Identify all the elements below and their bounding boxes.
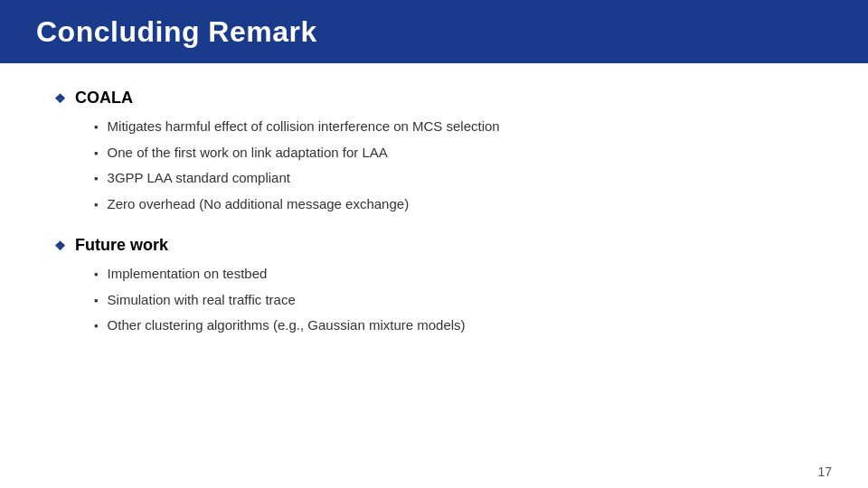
slide-title: Concluding Remark xyxy=(36,15,317,49)
slide-content: ❖COALA▪Mitigates harmful effect of colli… xyxy=(0,63,868,455)
sub-item-text: 3GPP LAA standard compliant xyxy=(108,168,290,189)
section-bullet-future-work: ❖ xyxy=(54,239,66,253)
slide-header: Concluding Remark xyxy=(0,0,868,63)
section-header-future-work: ❖Future work xyxy=(54,236,814,255)
list-item: ▪3GPP LAA standard compliant xyxy=(94,168,814,189)
section-header-coala: ❖COALA xyxy=(54,89,814,108)
sub-item-text: One of the first work on link adaptation… xyxy=(108,143,388,164)
section-bullet-coala: ❖ xyxy=(54,91,66,106)
list-item: ▪Simulation with real traffic trace xyxy=(94,290,814,311)
section-title-coala: COALA xyxy=(75,89,133,108)
section-future-work: ❖Future work▪Implementation on testbed▪S… xyxy=(54,236,814,336)
sub-bullet-icon: ▪ xyxy=(94,118,99,136)
sub-bullet-icon: ▪ xyxy=(94,170,99,188)
sub-bullet-icon: ▪ xyxy=(94,317,99,335)
list-item: ▪One of the first work on link adaptatio… xyxy=(94,143,814,164)
list-item: ▪Implementation on testbed xyxy=(94,264,814,285)
sub-item-text: Zero overhead (No additional message exc… xyxy=(108,194,410,215)
slide: Concluding Remark ❖COALA▪Mitigates harmf… xyxy=(0,0,868,488)
list-item: ▪Zero overhead (No additional message ex… xyxy=(94,194,814,215)
sub-item-text: Simulation with real traffic trace xyxy=(108,290,296,311)
sub-items-coala: ▪Mitigates harmful effect of collision i… xyxy=(54,117,814,214)
list-item: ▪Mitigates harmful effect of collision i… xyxy=(94,117,814,137)
sub-bullet-icon: ▪ xyxy=(94,266,99,284)
page-number: 17 xyxy=(817,465,832,479)
sub-items-future-work: ▪Implementation on testbed▪Simulation wi… xyxy=(54,264,814,336)
list-item: ▪Other clustering algorithms (e.g., Gaus… xyxy=(94,315,814,336)
slide-footer: 17 xyxy=(0,455,868,488)
sub-bullet-icon: ▪ xyxy=(94,196,99,214)
section-title-future-work: Future work xyxy=(75,236,168,255)
sub-bullet-icon: ▪ xyxy=(94,145,99,163)
sub-item-text: Implementation on testbed xyxy=(108,264,268,285)
sub-item-text: Mitigates harmful effect of collision in… xyxy=(108,117,500,137)
sub-item-text: Other clustering algorithms (e.g., Gauss… xyxy=(108,315,466,336)
section-coala: ❖COALA▪Mitigates harmful effect of colli… xyxy=(54,89,814,214)
sub-bullet-icon: ▪ xyxy=(94,292,99,310)
